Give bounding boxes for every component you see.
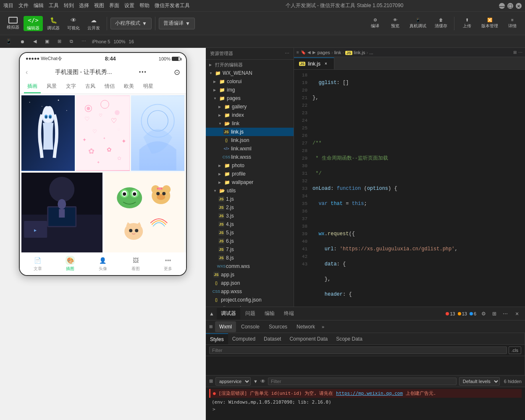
more-icon-btn[interactable]: ⋯ (501, 309, 510, 318)
editor-tab-link-js[interactable]: JS link.js × (294, 58, 334, 69)
cls-button[interactable]: .cls (509, 346, 522, 354)
menu-item-view[interactable]: 视图 (94, 2, 104, 9)
dt-tab-terminal[interactable]: 终端 (280, 308, 298, 320)
inspector-tab-component-data[interactable]: Component Data (285, 333, 332, 344)
nav-item-view[interactable]: 🖼 看图 (131, 256, 140, 272)
menu-item-edit[interactable]: 编辑 (34, 2, 44, 9)
tree-item-img[interactable]: ▶ 📁 img (206, 86, 294, 94)
tree-item-photo[interactable]: ▶ 📁 photo (206, 161, 294, 170)
tree-item-projectconfig[interactable]: {} project.config.json (206, 296, 294, 304)
tree-item-index[interactable]: ▶ 📁 index (206, 111, 294, 119)
code-text[interactable]: gglist: [] }, /** * 生命周期函数--监听页面加载 */ on… (309, 70, 525, 307)
menu-item-goto[interactable]: 转到 (64, 2, 74, 9)
menu-item-file[interactable]: 文件 (18, 2, 29, 9)
tree-item-7js[interactable]: JS 7.js (206, 245, 294, 254)
devtools-button[interactable]: 📱 真机调试 (406, 16, 430, 31)
nav-item-more[interactable]: ••• 更多 (163, 256, 173, 272)
compiler-dropdown[interactable]: 普通编译 ▼ (159, 18, 195, 29)
tree-item-2js[interactable]: JS 2.js (206, 203, 294, 212)
editor-button[interactable]: </> 编辑器 (24, 16, 43, 31)
tab-western[interactable]: 欧美 (121, 80, 137, 93)
menu-item-tools[interactable]: 工具 (49, 2, 59, 9)
image-cell-1[interactable] (21, 95, 75, 171)
tree-root[interactable]: ▼ 📁 WX_WENAN (206, 69, 294, 77)
image-cell-4[interactable]: ▶ (21, 173, 102, 252)
tree-item-gallery[interactable]: ▶ 📁 gallery (206, 102, 294, 111)
pages-btn[interactable]: ▣ (42, 37, 52, 46)
open-editors-header[interactable]: ▶ 打开的编辑器 (206, 60, 294, 69)
inspector-tab-styles[interactable]: Styles (206, 333, 228, 344)
console-filter-input[interactable] (268, 378, 457, 385)
menu-item-settings[interactable]: 设置 (124, 2, 134, 9)
hamburger-icon[interactable]: ≡ (297, 50, 299, 55)
dt-tab-issues[interactable]: 问题 (241, 308, 260, 320)
record-btn[interactable]: ⏺ (18, 37, 27, 46)
tree-item-link-folder[interactable]: ▼ 📂 link (206, 119, 294, 128)
tree-item-6js[interactable]: JS 6.js (206, 237, 294, 245)
tree-item-5js[interactable]: JS 5.js (206, 228, 294, 237)
bookmark-icon[interactable]: 🔖 (301, 50, 306, 55)
tree-item-8js[interactable]: JS 8.js (206, 254, 294, 262)
error-link[interactable]: https://mp.weixin.qq.com (336, 391, 403, 396)
tree-item-appjson[interactable]: {} app.json (206, 279, 294, 287)
debugger-button[interactable]: 🐛 调试器 (44, 16, 63, 31)
preview-button[interactable]: 👁 预览 (386, 16, 404, 31)
image-cell-2[interactable]: ♡ ♡ ♡ ♡ ♡ ✦ ✦ ✦ ✿ ✿ ✿ ✦ (76, 95, 129, 171)
more-options-icon[interactable]: ••• (139, 69, 147, 75)
nav-item-article[interactable]: 📄 文章 (33, 256, 42, 272)
minimize-button[interactable]: — (499, 3, 505, 9)
scan-icon[interactable]: ⊙ (174, 68, 180, 77)
layout-icon-btn[interactable]: ⊞ (490, 309, 499, 318)
dst-tab-console[interactable]: Console (237, 321, 264, 332)
dst-tab-network[interactable]: Network (292, 321, 319, 332)
nav-item-illustration[interactable]: 🎨 插图 (66, 256, 75, 272)
tree-item-utils[interactable]: ▼ 📂 utils (206, 186, 294, 195)
tree-item-link-wxss[interactable]: CSS link.wxss (206, 153, 294, 161)
close-button[interactable]: × (516, 3, 522, 9)
details-button[interactable]: ≡ 详情 (503, 16, 522, 31)
tab-text[interactable]: 文字 (63, 80, 79, 93)
phone-icon-btn[interactable]: 📱 (3, 37, 14, 46)
tab-couple[interactable]: 情侣 (101, 80, 118, 93)
inspector-tab-dataset[interactable]: Dataset (260, 333, 285, 344)
tree-item-3js[interactable]: JS 3.js (206, 212, 294, 220)
menu-item-project[interactable]: 项目 (3, 2, 13, 9)
tab-close-icon[interactable]: × (323, 61, 329, 67)
tree-item-pages[interactable]: ▼ 📁 pages (206, 94, 294, 102)
dst-tab-sources[interactable]: Sources (265, 321, 291, 332)
back-arrow-icon[interactable]: ‹ (26, 68, 28, 76)
visual-button[interactable]: 👁 可视化 (64, 16, 83, 31)
upload-button[interactable]: ⬆ 上传 (458, 16, 476, 31)
tree-item-link-js[interactable]: JS link.js (206, 128, 294, 136)
tab-illustration[interactable]: 插画 (24, 80, 41, 93)
tree-item-appwxss[interactable]: CSS app.wxss (206, 287, 294, 296)
clearcache-button[interactable]: 🗑 清缓存 (431, 16, 451, 31)
menu-item-ui[interactable]: 界面 (109, 2, 119, 9)
more-btn[interactable]: ⋯ (79, 37, 89, 46)
nav-item-avatar[interactable]: 👤 头像 (98, 256, 108, 272)
dst-tab-wxml[interactable]: Wxml (215, 321, 236, 332)
tree-item-link-wxml[interactable]: </> link.wxml (206, 144, 294, 153)
tree-item-4js[interactable]: JS 4.js (206, 220, 294, 228)
tree-item-appjs[interactable]: JS app.js (206, 270, 294, 279)
cloud-button[interactable]: ☁ 云开发 (84, 16, 103, 31)
mode-dropdown[interactable]: 小程序模式 ▼ (110, 18, 152, 29)
inspector-tab-computed[interactable]: Computed (228, 333, 260, 344)
menu-item-wechat[interactable]: 微信开发者工具 (155, 2, 190, 9)
tree-item-commwxs[interactable]: WXS comm.wxs (206, 262, 294, 270)
forward-nav-icon[interactable]: ▶ (312, 50, 316, 55)
console-level-select[interactable]: Default levels (459, 377, 500, 386)
menu-item-help[interactable]: 帮助 (139, 2, 150, 9)
console-source-select[interactable]: appservice (215, 377, 251, 386)
split-editor-icon[interactable]: ⊞ (513, 50, 517, 55)
tree-item-link-json[interactable]: {} link.json (206, 136, 294, 144)
more-tabs-icon[interactable]: » (322, 324, 324, 329)
settings-icon-btn[interactable]: ⚙ (479, 309, 488, 318)
maximize-button[interactable]: □ (507, 3, 513, 9)
dt-tab-output[interactable]: 编输 (260, 308, 279, 320)
code-editor[interactable]: 18 19 20 21 22 23 24 25 26 27 28 29 30 3… (294, 70, 525, 307)
tab-scenery[interactable]: 风景 (43, 80, 60, 93)
panel-collapse-icon[interactable]: ▲ (209, 311, 214, 317)
compile-button[interactable]: ⚙ 编译 (366, 16, 384, 31)
split-btn[interactable]: ⊞ (55, 37, 64, 46)
